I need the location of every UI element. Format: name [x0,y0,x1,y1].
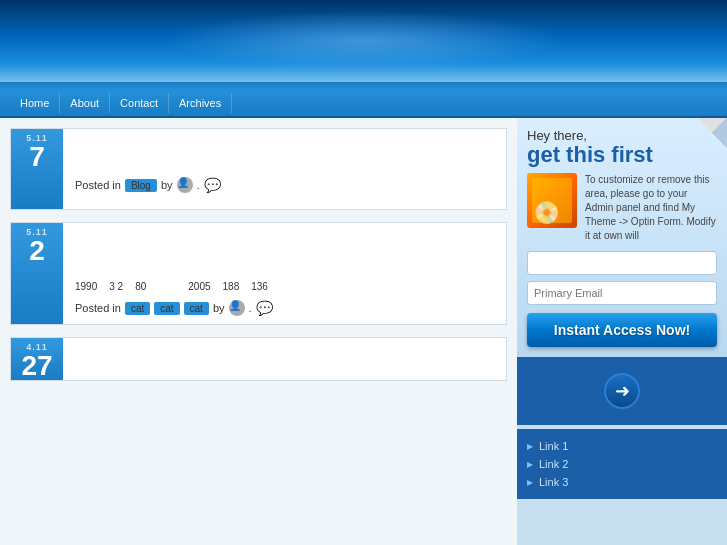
optin-submit-button[interactable]: Instant Access Now! [527,313,717,347]
sidebar-nav-item-2[interactable]: Link 2 [527,455,717,473]
date-badge: 5.11 7 [11,129,63,209]
sidebar-nav-item-1[interactable]: Link 1 [527,437,717,455]
post-item-partial: 4.11 27 [10,337,507,381]
optin-name-input[interactable] [527,251,717,275]
post-item: 5.11 7 Posted in Blog by . 💬 [10,128,507,210]
comment-icon[interactable]: 💬 [204,177,221,193]
sidebar-next-area: ➜ [517,357,727,425]
content-area: 5.11 7 Posted in Blog by . 💬 5.11 2 [0,118,517,545]
meta-posted-in: Posted in [75,302,121,314]
optin-hey-text: Hey there, [527,128,717,143]
author-avatar [229,300,245,316]
optin-email-input[interactable] [527,281,717,305]
date-badge: 5.11 2 [11,223,63,324]
stat-val1: 3 2 [109,281,123,292]
meta-separator: . [249,302,252,314]
optin-body: To customize or remove this area, please… [527,173,717,243]
post-cat3[interactable]: cat [184,302,209,315]
meta-by: by [161,179,173,191]
post-content [63,338,506,380]
site-header [0,0,727,90]
meta-separator: . [197,179,200,191]
post-meta: Posted in cat cat cat by . 💬 [75,296,494,316]
post-cat2[interactable]: cat [154,302,179,315]
date-badge: 4.11 27 [11,338,63,380]
post-day: 27 [21,352,52,380]
stat-year1: 1990 [75,281,97,292]
sidebar-nav: Link 1 Link 2 Link 3 [517,429,727,499]
nav-home[interactable]: Home [10,93,60,113]
stat-spacer: 2005 [188,281,210,292]
optin-headline: get this first [527,143,717,167]
optin-box: Hey there, get this first To customize o… [517,118,727,357]
optin-header: Hey there, get this first [527,128,717,167]
post-day: 7 [29,143,45,171]
post-item: 5.11 2 1990 3 2 80 2005 188 136 Posted i… [10,222,507,325]
stat-val2: 80 [135,281,146,292]
nav-archives[interactable]: Archives [169,93,232,113]
author-avatar [177,177,193,193]
nav-about[interactable]: About [60,93,110,113]
post-category[interactable]: Blog [125,179,157,192]
post-stats: 1990 3 2 80 2005 188 136 [75,281,494,292]
post-day: 2 [29,237,45,265]
post-content: 1990 3 2 80 2005 188 136 Posted in cat c… [63,223,506,324]
sidebar-nav-item-3[interactable]: Link 3 [527,473,717,491]
post-meta: Posted in Blog by . 💬 [75,137,494,193]
optin-product-image [527,173,577,228]
meta-by: by [213,302,225,314]
post-content: Posted in Blog by . 💬 [63,129,506,209]
navbar: Home About Contact Archives [0,90,727,118]
stat-val4: 136 [251,281,268,292]
stat-val3: 188 [223,281,240,292]
meta-posted-in: Posted in [75,179,121,191]
optin-description: To customize or remove this area, please… [585,173,717,243]
comment-icon[interactable]: 💬 [256,300,273,316]
next-button[interactable]: ➜ [604,373,640,409]
post-cat1[interactable]: cat [125,302,150,315]
nav-contact[interactable]: Contact [110,93,169,113]
sidebar: Hey there, get this first To customize o… [517,118,727,545]
main-wrapper: 5.11 7 Posted in Blog by . 💬 5.11 2 [0,118,727,545]
